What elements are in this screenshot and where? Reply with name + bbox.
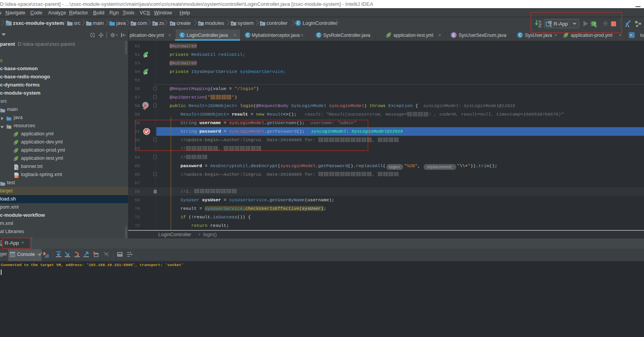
- svg-text:<>: <>: [15, 176, 17, 178]
- svg-text:m: m: [144, 104, 146, 108]
